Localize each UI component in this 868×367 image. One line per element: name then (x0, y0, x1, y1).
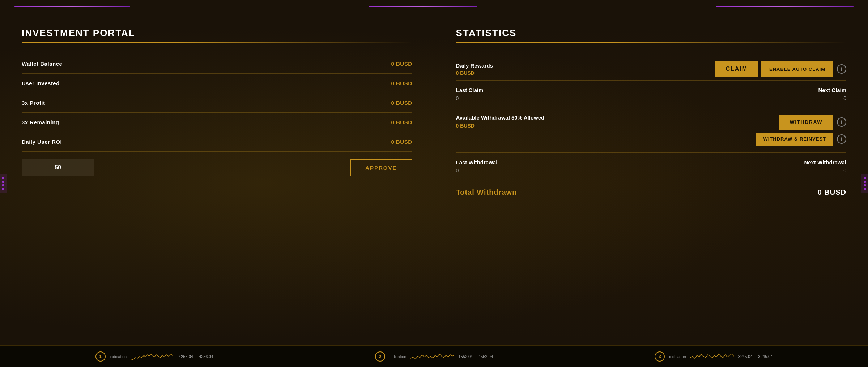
last-claim-value: 0 (456, 95, 484, 101)
last-claim-col: Last Claim 0 (456, 87, 484, 101)
statistics-title: STATISTICS (456, 27, 847, 39)
indicator-val2-3: 3245.04 (758, 354, 773, 359)
daily-rewards-value: 0 BUSD (456, 70, 493, 76)
wallet-balance-label: Wallet Balance (22, 61, 62, 67)
indicator-chart-3 (690, 351, 734, 362)
withdraw-reinvest-button[interactable]: WITHDRAW & REINVEST (756, 133, 833, 146)
withdrawal-label: Available Withdrawal 50% Allowed (456, 115, 545, 121)
statistics-panel: STATISTICS Daily Rewards 0 BUSD CLAIM EN… (434, 13, 868, 345)
indicator-circle-2: 2 (375, 351, 385, 362)
enable-auto-claim-button[interactable]: ENABLE AUTO CLAIM (761, 61, 833, 77)
main-container: INVESTMENT PORTAL Wallet Balance 0 BUSD … (0, 13, 868, 345)
user-invested-value: 0 BUSD (391, 80, 412, 86)
daily-rewards-label: Daily Rewards (456, 62, 493, 69)
investment-portal-title: INVESTMENT PORTAL (22, 27, 412, 39)
indicator-circle-3: 3 (655, 351, 665, 362)
daily-rewards-info-icon[interactable]: i (837, 64, 846, 74)
3x-remaining-label: 3x Remaining (22, 119, 59, 125)
total-withdrawn-value: 0 BUSD (818, 188, 846, 197)
withdrawal-section: Available Withdrawal 50% Allowed 0 BUSD … (456, 108, 847, 153)
last-claim-label: Last Claim (456, 87, 484, 93)
approve-button[interactable]: APPROVE (350, 159, 412, 176)
indicator-values-1: 4256.04 4256.04 (179, 354, 213, 359)
indicator-group-1: 1 indication 4256.04 4256.04 (95, 351, 213, 362)
title-underline-right (456, 42, 847, 43)
indicator-group-3: 3 indication 3245.04 3245.04 (655, 351, 773, 362)
wallet-balance-value: 0 BUSD (391, 61, 412, 67)
withdrawal-timing-row: Last Withdrawal 0 Next Withdrawal 0 (456, 153, 847, 180)
indicator-val1-3: 3245.04 (738, 354, 753, 359)
withdrawal-buttons: WITHDRAW i WITHDRAW & REINVEST i (756, 115, 846, 146)
next-withdrawal-label: Next Withdrawal (804, 159, 846, 165)
wallet-balance-row: Wallet Balance 0 BUSD (22, 54, 412, 74)
indicator-values-2: 1552.04 1552.04 (458, 354, 493, 359)
investment-portal-panel: INVESTMENT PORTAL Wallet Balance 0 BUSD … (0, 13, 434, 345)
daily-rewards-info: Daily Rewards 0 BUSD (456, 62, 493, 76)
indicator-val2-2: 1552.04 (478, 354, 493, 359)
indicator-values-3: 3245.04 3245.04 (738, 354, 773, 359)
indicator-val1-2: 1552.04 (458, 354, 473, 359)
daily-roi-value: 0 BUSD (391, 139, 412, 145)
daily-rewards-row: Daily Rewards 0 BUSD CLAIM ENABLE AUTO C… (456, 54, 847, 81)
indicator-val2-1: 4256.04 (199, 354, 213, 359)
daily-rewards-buttons: CLAIM ENABLE AUTO CLAIM i (715, 61, 846, 77)
next-claim-value: 0 (818, 95, 846, 101)
indicator-circle-1: 1 (95, 351, 106, 362)
withdraw-button[interactable]: WITHDRAW (779, 115, 833, 130)
3x-profit-label: 3x Profit (22, 100, 45, 106)
3x-remaining-row: 3x Remaining 0 BUSD (22, 113, 412, 132)
last-withdrawal-label: Last Withdrawal (456, 159, 498, 165)
next-claim-col: Next Claim 0 (818, 87, 846, 101)
3x-profit-row: 3x Profit 0 BUSD (22, 93, 412, 113)
bottom-bar: 1 indication 4256.04 4256.04 2 indicatio… (0, 345, 868, 367)
claim-timing-row: Last Claim 0 Next Claim 0 (456, 81, 847, 108)
withdrawal-info: Available Withdrawal 50% Allowed 0 BUSD (456, 115, 545, 129)
indicator-val1-1: 4256.04 (179, 354, 193, 359)
withdrawal-value: 0 BUSD (456, 123, 545, 129)
indicator-label-1: indication (110, 354, 127, 359)
claim-button[interactable]: CLAIM (715, 61, 758, 77)
last-withdrawal-col: Last Withdrawal 0 (456, 159, 498, 173)
title-underline-left (22, 42, 412, 43)
indicator-label-3: indication (669, 354, 686, 359)
indicator-chart-2 (410, 351, 454, 362)
indicator-label-2: indication (390, 354, 406, 359)
next-claim-label: Next Claim (818, 87, 846, 93)
3x-remaining-value: 0 BUSD (391, 119, 412, 125)
indicator-group-2: 2 indication 1552.04 1552.04 (375, 351, 493, 362)
next-withdrawal-value: 0 (804, 168, 846, 173)
next-withdrawal-col: Next Withdrawal 0 (804, 159, 846, 173)
withdraw-reinvest-info-icon[interactable]: i (837, 134, 846, 144)
withdraw-row: WITHDRAW i (779, 115, 846, 130)
total-withdrawn-label: Total Withdrawn (456, 188, 517, 197)
user-invested-row: User Invested 0 BUSD (22, 74, 412, 93)
withdraw-reinvest-row: WITHDRAW & REINVEST i (756, 133, 846, 146)
total-withdrawn-row: Total Withdrawn 0 BUSD (456, 180, 847, 200)
user-invested-label: User Invested (22, 80, 60, 86)
amount-input[interactable] (22, 159, 94, 176)
daily-roi-label: Daily User ROI (22, 139, 62, 145)
daily-roi-row: Daily User ROI 0 BUSD (22, 132, 412, 152)
withdraw-info-icon[interactable]: i (837, 117, 846, 127)
indicator-chart-1 (131, 351, 174, 362)
invest-input-row: APPROVE (22, 152, 412, 184)
last-withdrawal-value: 0 (456, 168, 498, 173)
3x-profit-value: 0 BUSD (391, 100, 412, 106)
